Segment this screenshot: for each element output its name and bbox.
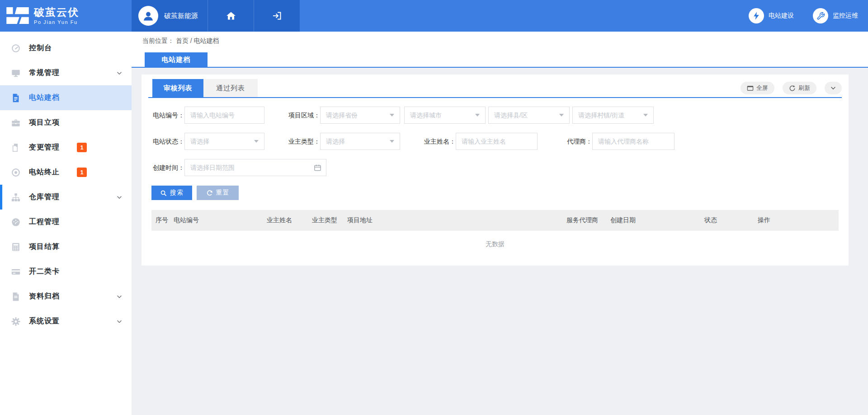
chevron-down-icon	[116, 318, 123, 325]
city-select[interactable]: 请选择城市	[404, 107, 486, 124]
sidebar-item-station-terminate[interactable]: 电站终止 1	[0, 160, 132, 185]
sidebar-item-console[interactable]: 控制台	[0, 36, 132, 61]
panel-tools: 全屏 刷新	[741, 82, 842, 94]
province-select-value: 请选择省份	[326, 112, 358, 119]
tab-underline	[148, 97, 842, 98]
sidebar-item-change-mgmt[interactable]: 变更管理 1	[0, 135, 132, 160]
sidebar-item-label: 项目立项	[29, 118, 60, 127]
agent-field	[592, 133, 675, 150]
breadcrumb-home-link[interactable]: 首页	[176, 37, 189, 44]
search-button[interactable]: 搜索	[151, 186, 192, 200]
station-status-value: 请选择	[190, 138, 209, 145]
agent-input[interactable]	[593, 133, 674, 149]
county-select[interactable]: 请选择县/区	[488, 107, 570, 124]
document-icon	[11, 93, 21, 103]
station-no-input[interactable]	[185, 107, 264, 123]
top-bar: 破茧云伏 Po Jian Yun Fu 破茧新能源	[0, 0, 868, 32]
file-icon	[11, 292, 21, 302]
sidebar-item-label: 电站终止	[29, 168, 60, 177]
tab-passed-list[interactable]: 通过列表	[203, 79, 258, 97]
brand-title: 破茧云伏	[34, 7, 79, 18]
empty-state: 无数据	[151, 231, 839, 258]
user-info[interactable]: 破茧新能源	[132, 0, 208, 32]
col-actions: 操作	[758, 216, 839, 224]
search-icon	[160, 190, 167, 196]
brand-subtitle: Po Jian Yun Fu	[34, 19, 79, 25]
sidebar-item-data-archive[interactable]: 资料归档	[0, 284, 132, 309]
sidebar-item-project-initiation[interactable]: 项目立项	[0, 110, 132, 135]
station-no-field	[184, 107, 264, 124]
nav-station-build[interactable]: 电站建设	[749, 8, 794, 23]
date-range-input[interactable]	[185, 159, 314, 176]
logout-button[interactable]	[254, 0, 300, 32]
wrench-icon	[813, 8, 828, 23]
brand-logo-icon	[6, 7, 29, 25]
col-status: 状态	[704, 216, 758, 224]
caret-down-icon	[475, 114, 480, 119]
owner-name-field	[456, 133, 538, 150]
sidebar-item-general-mgmt[interactable]: 常规管理	[0, 61, 132, 85]
sidebar-item-label: 开二类卡	[29, 267, 60, 276]
owner-type-label: 业主类型：	[277, 133, 320, 150]
table-header-row: 序号 电站编号 业主姓名 业主类型 项目地址 服务代理商 创建日期 状态 操作	[151, 210, 839, 231]
header-user-section: 破茧新能源	[132, 0, 300, 32]
sidebar: 控制台 常规管理 电站建档 项目立项 变更管理 1 电站终止 1	[0, 32, 132, 415]
town-select[interactable]: 请选择村镇/街道	[572, 107, 654, 124]
county-select-value: 请选择县/区	[494, 112, 528, 119]
tab-review-list[interactable]: 审核列表	[152, 79, 203, 97]
col-address: 项目地址	[347, 216, 566, 224]
main-area: 当前位置： 首页 / 电站建档 电站建档 审核列表 通过列表 全屏 刷新	[132, 32, 868, 415]
user-icon	[142, 9, 155, 22]
breadcrumb-prefix: 当前位置：	[142, 37, 174, 44]
city-select-value: 请选择城市	[410, 112, 442, 119]
content-card: 审核列表 通过列表 全屏 刷新 电站编号：	[142, 75, 849, 266]
gear-icon	[11, 317, 21, 326]
province-select[interactable]: 请选择省份	[320, 107, 400, 124]
sidebar-item-project-settlement[interactable]: 项目结算	[0, 234, 132, 259]
sidebar-item-system-settings[interactable]: 系统设置	[0, 309, 132, 334]
reset-button[interactable]: 重置	[197, 186, 239, 200]
date-range-field[interactable]	[184, 159, 326, 176]
chevron-down-icon	[116, 70, 123, 76]
breadcrumb: 当前位置： 首页 / 电站建档	[142, 37, 219, 45]
caret-down-icon	[390, 140, 394, 145]
fullscreen-button[interactable]: 全屏	[741, 82, 774, 94]
calendar-icon	[314, 164, 321, 172]
copy-pages-icon	[11, 143, 21, 153]
owner-name-input[interactable]	[456, 133, 537, 149]
col-owner-type: 业主类型	[312, 216, 347, 224]
refresh-label: 刷新	[798, 84, 810, 92]
stop-circle-icon	[11, 168, 21, 177]
chevron-down-icon	[116, 294, 123, 300]
chevron-down-icon	[116, 194, 123, 201]
sidebar-item-label: 常规管理	[29, 68, 60, 78]
sidebar-item-engineering-mgmt[interactable]: 工程管理	[0, 210, 132, 234]
owner-type-select[interactable]: 请选择	[320, 133, 400, 150]
sidebar-item-open-card[interactable]: 开二类卡	[0, 259, 132, 284]
nav-monitor-ops[interactable]: 监控运维	[813, 8, 858, 23]
sidebar-item-warehouse-mgmt[interactable]: 仓库管理	[0, 185, 132, 210]
sidebar-item-label: 变更管理	[29, 143, 60, 152]
fullscreen-icon	[747, 85, 754, 92]
fullscreen-label: 全屏	[756, 84, 768, 92]
col-created: 创建日期	[610, 216, 704, 224]
home-icon	[226, 10, 236, 21]
page-tab-station-archive[interactable]: 电站建档	[145, 52, 208, 67]
col-owner-name: 业主姓名	[267, 216, 312, 224]
nav-station-build-label: 电站建设	[769, 12, 794, 20]
logout-icon	[272, 10, 283, 21]
created-time-label: 创建时间：	[142, 159, 184, 176]
col-index: 序号	[156, 216, 174, 224]
caret-down-icon	[254, 140, 259, 145]
briefcase-icon	[11, 118, 21, 128]
home-button[interactable]	[208, 0, 254, 32]
avatar[interactable]	[138, 6, 158, 26]
station-status-select[interactable]: 请选择	[184, 133, 264, 150]
sidebar-item-station-archive[interactable]: 电站建档	[0, 85, 132, 110]
collapse-button[interactable]	[825, 82, 842, 94]
refresh-button[interactable]: 刷新	[783, 82, 816, 94]
sidebar-item-label: 项目结算	[29, 242, 60, 252]
station-no-label: 电站编号：	[142, 107, 184, 124]
reset-button-label: 重置	[216, 189, 230, 197]
agent-label: 代理商：	[548, 133, 592, 150]
